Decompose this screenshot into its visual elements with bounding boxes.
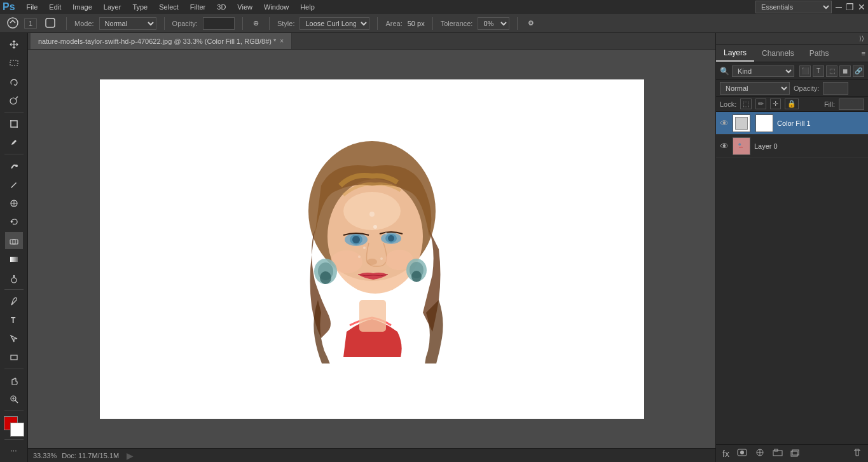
close-btn[interactable]: ✕ [858,2,865,12]
layer-row-colorfill1[interactable]: 👁 Color Fill 1 [716,112,868,135]
panel-collapse-btn[interactable]: ⟩⟩ [716,33,868,44]
mode-select[interactable]: Normal [99,17,156,30]
panel-menu-btn[interactable]: ≡ [862,50,865,57]
quick-select-tool[interactable] [5,92,23,109]
brush-shape-btn[interactable] [42,16,59,31]
tool-sep-6 [4,439,24,440]
delete-layer-btn[interactable] [850,447,864,460]
create-layer-btn[interactable] [788,447,803,460]
filter-pixel-btn[interactable]: ⬛ [799,65,811,77]
menu-edit[interactable]: Edit [44,2,66,12]
history-brush-tool[interactable] [5,213,23,230]
settings-btn[interactable]: ⚙ [525,18,537,29]
eraser-tool[interactable] [5,232,23,249]
ps-logo: Ps [3,1,15,13]
svg-point-26 [367,259,377,265]
create-adjustment-btn[interactable] [752,447,768,460]
menu-filter[interactable]: Filter [185,2,210,12]
tolerance-select[interactable]: 0% [478,17,509,30]
layer-row-layer0[interactable]: 👁 Layer 0 [716,135,868,158]
tool-sep-4 [4,369,24,369]
tab-layers[interactable]: Layers [716,44,754,62]
fill-input[interactable]: 100% [839,99,864,110]
lasso-tool[interactable] [5,73,23,90]
create-group-btn[interactable] [770,447,785,460]
crop-tool[interactable] [5,115,23,132]
menu-window[interactable]: Window [259,2,294,12]
separator-6 [432,17,433,30]
layer-vis-layer0[interactable]: 👁 [720,141,729,151]
menu-file[interactable]: File [22,2,43,12]
tool-preset-btn[interactable] [4,15,22,32]
stamp-tool[interactable] [5,194,23,212]
canvas-document [100,79,644,419]
menu-view[interactable]: View [232,2,258,12]
essentials-dropdown[interactable]: Essentials [755,1,832,13]
lock-artboard-btn[interactable]: 🔒 [785,99,799,109]
lock-position-btn[interactable]: ✛ [770,99,781,109]
canvas-tab[interactable]: nature-models-taylor-swift-hd-p-470622.j… [31,33,292,49]
gradient-tool[interactable] [5,250,23,268]
layers-lock-row: Lock: ⬚ ✏ ✛ 🔒 Fill: 100% [716,97,868,112]
area-value: 50 px [408,20,425,27]
minimize-btn[interactable]: ─ [836,2,842,12]
shape-tool[interactable] [5,349,23,366]
right-panel: ⟩⟩ Layers Channels Paths ≡ 🔍 Kind [715,33,868,462]
blend-mode-select[interactable]: Normal [720,82,790,95]
flow-options-btn[interactable]: ⊕ [251,18,261,29]
text-tool[interactable]: T [5,311,23,329]
status-expand-btn[interactable]: ▶ [127,451,134,461]
menu-select[interactable]: Select [154,2,184,12]
separator-7 [517,17,518,30]
marquee-tool[interactable] [5,54,23,71]
collapse-icon: ⟩⟩ [859,35,864,42]
opacity-input[interactable]: 100% [823,82,848,95]
tab-paths[interactable]: Paths [802,44,837,62]
svg-point-43 [738,143,741,146]
opacity-input[interactable]: 100% [203,17,235,30]
tab-channels[interactable]: Channels [754,44,802,62]
move-tool[interactable] [5,36,23,53]
filter-kind-select[interactable]: Kind [732,65,794,77]
lock-label: Lock: [720,100,736,108]
separator-1 [66,17,67,30]
dodge-tool[interactable] [5,269,23,287]
layer-vis-colorfill1[interactable]: 👁 [720,118,729,128]
add-layer-style-btn[interactable]: fx [720,447,732,460]
pen-tool[interactable] [5,292,23,309]
menu-3d[interactable]: 3D [212,2,231,12]
restore-btn[interactable]: ❐ [846,2,854,12]
brush-tool[interactable] [5,175,23,193]
filter-smart-btn[interactable]: 🔗 [853,65,864,77]
svg-point-0 [8,18,18,28]
filter-toggle-btn[interactable]: 🔍 [720,67,729,76]
more-tools-btn[interactable]: ··· [5,442,23,459]
menu-layer[interactable]: Layer [99,2,127,12]
brush-size[interactable]: 1 [24,18,37,29]
background-color[interactable] [10,423,24,437]
layer-name-colorfill1: Color Fill 1 [777,119,864,127]
layer-thumb-layer0 [733,137,750,155]
lock-pixels-btn[interactable]: ✏ [755,99,766,109]
eyedropper-tool[interactable] [5,133,23,151]
menu-image[interactable]: Image [67,2,97,12]
filter-adj-btn[interactable]: T [813,65,824,77]
tool-sep-1 [4,112,24,112]
filter-shape-btn[interactable]: ◼ [839,65,851,77]
spot-healing-tool[interactable] [5,157,23,174]
tool-panel: T ··· [0,33,28,462]
tab-close-btn[interactable]: × [280,37,284,44]
menu-help[interactable]: Help [295,2,320,12]
menu-type[interactable]: Type [127,2,153,12]
svg-rect-7 [13,240,15,244]
path-select-tool[interactable] [5,330,23,347]
layers-blend-row: Normal Opacity: 100% [716,80,868,97]
hand-tool[interactable] [5,372,23,389]
tab-filename: nature-models-taylor-swift-hd-p-470622.j… [38,37,276,45]
svg-point-41 [358,255,361,258]
filter-type-btn[interactable]: ⬚ [826,65,837,77]
zoom-tool[interactable] [5,391,23,408]
style-select[interactable]: Loose Curl Long [300,17,369,30]
add-mask-btn[interactable] [734,447,750,460]
lock-transparent-btn[interactable]: ⬚ [740,99,752,109]
